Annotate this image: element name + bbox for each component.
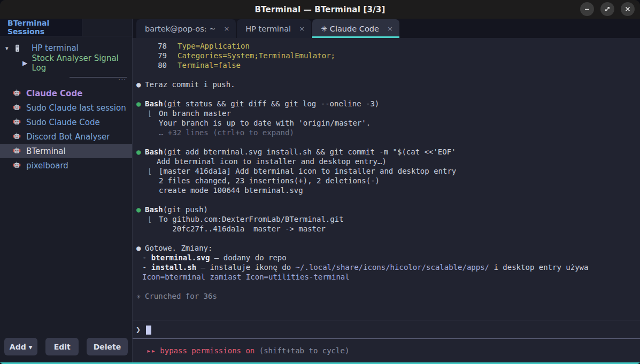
close-button[interactable] bbox=[621, 2, 635, 16]
file-view-block: 78Type=Application 79Categories=System;T… bbox=[135, 41, 636, 70]
chevron-down-icon[interactable]: ▾ bbox=[5, 45, 14, 52]
tool-args: (git status && git diff && git log --one… bbox=[163, 99, 380, 108]
sidebar-item-discord-bot-analyser[interactable]: Discord Bot Analyser bbox=[0, 129, 132, 144]
sessions-tree: ▾ HP terminal ▶ Stock Analyser Signal Lo… bbox=[0, 36, 132, 84]
file-name: bterminal.svg bbox=[151, 253, 210, 262]
sidebar-item-sudo-claude-code[interactable]: Sudo Claude Code bbox=[0, 115, 132, 129]
tab-label: ✳ Claude Code bbox=[321, 25, 379, 33]
bash-command: Bash(git status && git diff && git log -… bbox=[145, 99, 379, 109]
bash-command: Bash(git push) bbox=[145, 205, 208, 214]
tab-bartek-pop-os[interactable]: bartek@pop-os: ~ × bbox=[136, 19, 236, 38]
maximize-icon bbox=[604, 6, 611, 12]
robot-icon bbox=[13, 147, 21, 155]
terminal-line: ● Bash(git add bterminal.svg install.sh … bbox=[135, 147, 636, 157]
delete-button[interactable]: Delete bbox=[87, 338, 128, 355]
sidebar-item-claude-code[interactable]: Claude Code bbox=[0, 86, 132, 100]
output-connector-icon: ⌊ bbox=[148, 109, 159, 118]
tree-child-label: Stock Analyser Signal Log bbox=[32, 53, 132, 73]
sidebar-buttons: Add ▾ Edit Delete bbox=[0, 336, 132, 362]
session-list: Claude Code Sudo Cl bbox=[0, 86, 132, 173]
file-desc: — dodany do repo bbox=[210, 253, 286, 262]
robot-icon bbox=[13, 104, 21, 112]
sidebar-spacer bbox=[0, 173, 132, 336]
tab-hp-terminal[interactable]: HP terminal × bbox=[237, 19, 311, 38]
terminal-line: 78Type=Application bbox=[135, 41, 636, 51]
prompt-icon: ❯ bbox=[136, 325, 141, 335]
terminal-line: Icon=bterminal zamiast Icon=utilities-te… bbox=[135, 272, 636, 282]
bash-output: On branch master bbox=[159, 109, 231, 118]
prompt-input[interactable]: ❯ bbox=[133, 321, 640, 339]
minimize-button[interactable] bbox=[580, 2, 594, 16]
sidebar-item-sudo-claude-last-session[interactable]: Sudo Claude last session bbox=[0, 100, 132, 115]
tree-item-label: HP terminal bbox=[32, 43, 79, 53]
edit-button[interactable]: Edit bbox=[45, 338, 79, 355]
main-area: bartek@pop-os: ~ × HP terminal × ✳ Claud… bbox=[133, 19, 640, 362]
terminal-line: ● Bash(git status && git diff && git log… bbox=[135, 99, 636, 109]
summary-block: ● Gotowe. Zmiany: - bterminal.svg — doda… bbox=[135, 243, 636, 282]
terminal-line: ⌊ On branch master bbox=[135, 109, 636, 118]
computer-icon bbox=[14, 44, 22, 52]
tab-claude-code[interactable]: ✳ Claude Code × bbox=[312, 19, 399, 38]
cycle-hint: (shift+tab to cycle) bbox=[255, 346, 349, 355]
divider-dots-icon: ··· bbox=[118, 78, 127, 82]
file-name: install.sh bbox=[151, 263, 196, 272]
terminal-line: 2 files changed, 23 insertions(+), 2 del… bbox=[135, 176, 636, 185]
line-code: Categories=System;TerminalEmulator; bbox=[178, 51, 335, 60]
add-button[interactable]: Add ▾ bbox=[4, 338, 37, 355]
tab-label: HP terminal bbox=[245, 25, 291, 33]
terminal-line: 80Terminal=false bbox=[135, 60, 636, 70]
sessions-panel-tab[interactable]: BTerminal Sessions bbox=[0, 19, 82, 36]
text-cursor bbox=[146, 326, 151, 335]
sidebar-header: BTerminal Sessions bbox=[0, 19, 132, 36]
bullet-icon: ● bbox=[135, 243, 145, 253]
session-label: pixelboard bbox=[26, 161, 68, 171]
fast-forward-icon: ▸▸ bbox=[146, 346, 160, 355]
line-number: 79 bbox=[135, 51, 167, 60]
output-connector-icon: ⌊ bbox=[148, 214, 159, 224]
window-controls bbox=[580, 2, 635, 16]
tool-name: Bash bbox=[145, 205, 163, 214]
assistant-message: Teraz commit i push. bbox=[145, 80, 235, 89]
terminal-line: ⌊ To github.com:DexterFromLab/BTerminal.… bbox=[135, 214, 636, 224]
file-path: ~/.local/share/icons/hicolor/scalable/ap… bbox=[296, 263, 489, 272]
close-icon bbox=[624, 6, 631, 12]
asterisk-icon: ✳ bbox=[135, 291, 145, 301]
line-number: 78 bbox=[135, 41, 167, 51]
tab-label: bartek@pop-os: ~ bbox=[145, 25, 215, 33]
expand-hint[interactable]: … +32 lines (ctrl+o to expand) bbox=[135, 128, 636, 137]
close-icon[interactable]: × bbox=[223, 25, 229, 33]
terminal-line: ● Teraz commit i push. bbox=[135, 80, 636, 89]
tool-name: Bash bbox=[145, 99, 163, 108]
bullet-icon: ● bbox=[135, 147, 145, 157]
sidebar-divider-handle[interactable]: ··· bbox=[70, 77, 127, 82]
terminal-pane[interactable]: 78Type=Application 79Categories=System;T… bbox=[133, 38, 640, 362]
bullet-icon: ● bbox=[135, 99, 145, 109]
terminal-line: ● Bash(git push) bbox=[135, 205, 636, 214]
sidebar-item-pixelboard[interactable]: pixelboard bbox=[0, 158, 132, 173]
bullet-icon: ● bbox=[135, 205, 145, 214]
tab-bar: bartek@pop-os: ~ × HP terminal × ✳ Claud… bbox=[133, 19, 640, 38]
dash: - bbox=[142, 253, 151, 262]
close-icon[interactable]: × bbox=[387, 25, 393, 33]
terminal-line: Your branch is up to date with 'origin/m… bbox=[135, 118, 636, 128]
summary-head: Gotowe. Zmiany: bbox=[145, 243, 212, 253]
bash-output: [master 416da1a] Add bterminal icon to i… bbox=[159, 166, 456, 176]
bypass-label: bypass permissions on bbox=[160, 346, 255, 355]
session-label: Claude Code bbox=[26, 89, 82, 98]
permissions-status-bar[interactable]: ▸▸ bypass permissions on (shift+tab to c… bbox=[133, 339, 640, 362]
terminal-output: 78Type=Application 79Categories=System;T… bbox=[133, 38, 640, 321]
terminal-line: Add bterminal icon to installer and desk… bbox=[135, 157, 636, 166]
bterminal-window: BTerminal — BTerminal [3/3] bbox=[0, 0, 640, 364]
title-bar: BTerminal — BTerminal [3/3] bbox=[0, 0, 640, 19]
window-title: BTerminal — BTerminal [3/3] bbox=[255, 5, 385, 14]
maximize-button[interactable] bbox=[600, 2, 614, 16]
robot-icon bbox=[13, 89, 21, 97]
line-code: Terminal=false bbox=[178, 61, 241, 69]
assistant-message-block: ● Teraz commit i push. bbox=[135, 80, 636, 89]
bullet-icon: ● bbox=[135, 80, 145, 89]
terminal-line: 79Categories=System;TerminalEmulator; bbox=[135, 51, 636, 60]
close-icon[interactable]: × bbox=[299, 25, 305, 33]
tree-item-stock-analyser[interactable]: ▶ Stock Analyser Signal Log bbox=[0, 56, 132, 71]
bash-block-commit: ● Bash(git add bterminal.svg install.sh … bbox=[135, 147, 636, 195]
sidebar-item-bterminal[interactable]: BTerminal bbox=[0, 144, 132, 158]
